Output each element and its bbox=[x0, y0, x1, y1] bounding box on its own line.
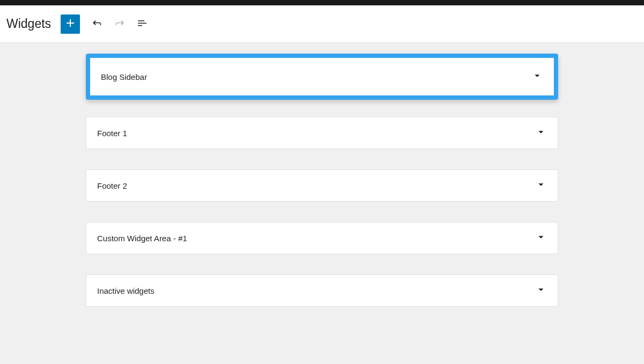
chevron-down-icon bbox=[535, 179, 547, 192]
chevron-down-icon bbox=[535, 231, 547, 245]
widget-area-label: Footer 1 bbox=[97, 129, 127, 138]
editor-toolbar: Widgets bbox=[0, 5, 644, 43]
widget-area-panel-footer-1[interactable]: Footer 1 bbox=[86, 117, 558, 149]
plus-icon bbox=[64, 17, 77, 31]
list-view-icon bbox=[136, 17, 149, 31]
redo-button[interactable] bbox=[110, 14, 129, 34]
widget-area-panel-inactive[interactable]: Inactive widgets bbox=[86, 274, 558, 307]
undo-button[interactable] bbox=[87, 14, 107, 34]
chevron-down-icon bbox=[531, 70, 543, 84]
widget-area-label: Blog Sidebar bbox=[101, 72, 147, 81]
widget-area-panel-footer-2[interactable]: Footer 2 bbox=[86, 169, 558, 202]
widget-areas-container: Blog Sidebar Footer 1 Footer 2 Custom Wi… bbox=[0, 43, 644, 348]
document-overview-button[interactable] bbox=[133, 14, 152, 34]
widget-area-panel-blog-sidebar[interactable]: Blog Sidebar bbox=[90, 58, 554, 95]
widget-area-label: Footer 2 bbox=[97, 181, 127, 190]
chevron-down-icon bbox=[535, 284, 547, 298]
highlighted-widget-area: Blog Sidebar bbox=[86, 54, 558, 100]
widget-area-list: Blog Sidebar Footer 1 Footer 2 Custom Wi… bbox=[86, 54, 558, 327]
widget-area-label: Inactive widgets bbox=[97, 286, 155, 295]
widget-area-label: Custom Widget Area - #1 bbox=[97, 234, 187, 243]
admin-top-bar bbox=[0, 0, 644, 5]
add-block-button[interactable] bbox=[61, 14, 80, 34]
redo-icon bbox=[113, 17, 126, 31]
chevron-down-icon bbox=[535, 126, 547, 140]
widget-area-panel-custom-1[interactable]: Custom Widget Area - #1 bbox=[86, 222, 558, 254]
page-title: Widgets bbox=[6, 17, 51, 31]
undo-icon bbox=[91, 17, 104, 31]
